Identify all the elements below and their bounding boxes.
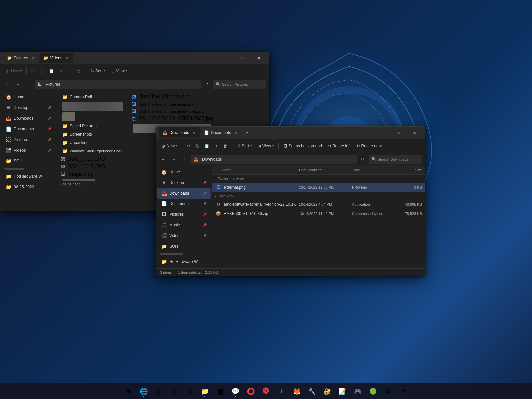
- dl-forward-button[interactable]: →: [169, 155, 179, 164]
- search-box[interactable]: 🔍 Search Pictures: [213, 80, 266, 89]
- dl-refresh-button[interactable]: ↺: [358, 155, 367, 164]
- dl-sidebar-desktop[interactable]: 🖥 Desktop 📌: [157, 177, 211, 188]
- folder-unpacking[interactable]: 📁 Unpacking: [60, 139, 126, 147]
- dl-paste-button[interactable]: 📋: [202, 141, 212, 151]
- sidebar-item-hothardware[interactable]: 📁 HotHardware W: [2, 171, 55, 182]
- dl-search-box[interactable]: 🔍 Search Downloads: [369, 155, 422, 164]
- dl-sidebar-hothardware[interactable]: 📁 HotHardware W: [157, 256, 211, 267]
- file-wrench[interactable]: 🖼 Just-The-Wrench.png: [130, 93, 214, 100]
- dl-sidebar-soh[interactable]: 📁 SOH: [157, 241, 211, 252]
- taskbar-store[interactable]: 🛍: [397, 385, 410, 398]
- address-path[interactable]: 🖼 › Pictures: [35, 80, 201, 89]
- dl-cut-button[interactable]: ✂: [184, 141, 193, 151]
- taskbar-epic[interactable]: 🎮: [351, 385, 364, 398]
- dl-back-button[interactable]: ←: [159, 155, 168, 164]
- close-button[interactable]: ✕: [251, 53, 266, 63]
- new-tab-button-dl[interactable]: +: [242, 128, 252, 137]
- dl-view-button[interactable]: ⊞ View ▾: [255, 141, 276, 151]
- maximize-button[interactable]: □: [235, 53, 250, 63]
- taskbar-app2[interactable]: 🔐: [321, 385, 334, 398]
- sort-button[interactable]: ⇅ Sort ▾: [88, 66, 108, 76]
- file-image-png[interactable]: 🖼 image.png: [60, 171, 126, 178]
- downloads-tab-close[interactable]: ✕: [191, 130, 196, 135]
- dl-downloads-label: Downloads: [169, 191, 189, 196]
- file-pxl[interactable]: 🖼 PXL_20220114_175712567.jpg: [130, 115, 214, 122]
- col-date-header[interactable]: Date modified: [299, 168, 352, 172]
- taskbar-notepad[interactable]: 📝: [336, 385, 349, 398]
- set-bg-button[interactable]: 🖼 Set as background: [281, 141, 325, 151]
- taskbar-app4[interactable]: ⚙: [382, 385, 395, 398]
- pictures-tab-close[interactable]: ✕: [30, 55, 35, 61]
- taskbar-file-explorer[interactable]: 📁: [198, 385, 211, 398]
- dl-close-button[interactable]: ✕: [407, 128, 422, 138]
- dl-sort-button[interactable]: ⇅ Sort ▾: [234, 141, 254, 151]
- taskbar-chrome-3[interactable]: ⊙: [183, 385, 196, 398]
- dl-sidebar-videos[interactable]: 🎬 Videos 📌: [157, 230, 211, 241]
- sidebar-item-date[interactable]: 📁 06-25-2022: [2, 182, 55, 192]
- file-row-amd-setup[interactable]: ⚙ amd-software-adrenalin-edition-22.10.1…: [212, 200, 425, 209]
- taskbar-search[interactable]: ⊞: [122, 385, 135, 398]
- dl-maximize-button[interactable]: □: [391, 128, 406, 138]
- rotate-right-button[interactable]: ↻ Rotate right: [354, 141, 385, 151]
- dl-delete-button[interactable]: 🗑: [221, 141, 230, 151]
- dl-copy-button[interactable]: ⎘: [194, 141, 201, 151]
- documents-tab-close[interactable]: ✕: [233, 130, 238, 135]
- file-row-external-png[interactable]: 🖼 external.png 10/17/2022 12:53 PM PNG F…: [212, 183, 425, 192]
- dl-sidebar-downloads[interactable]: 📥 Downloads 📌: [157, 188, 211, 199]
- sidebar-item-pictures[interactable]: 🖼 Pictures 📌: [2, 134, 55, 145]
- taskbar-edge[interactable]: 🌐: [137, 385, 150, 398]
- new-tab-button[interactable]: +: [73, 53, 83, 63]
- dl-up-button[interactable]: ↑: [180, 155, 189, 164]
- sidebar-item-home[interactable]: 🏠 Home: [2, 92, 55, 102]
- taskbar-discord[interactable]: 💬: [229, 385, 242, 398]
- dl-sidebar-documents[interactable]: 📄 Documents 📌: [157, 199, 211, 209]
- taskbar-chrome-1[interactable]: ⊙: [152, 385, 166, 398]
- col-name-header[interactable]: Name: [215, 168, 299, 172]
- file-dsc0015[interactable]: 🖼 DSC_0015.JPG: [60, 163, 126, 170]
- tab-documents[interactable]: 📄 Documents ✕: [200, 127, 242, 138]
- dl-new-button[interactable]: ⊕ New ▾: [159, 141, 180, 151]
- taskbar-app3[interactable]: 🟢: [366, 385, 380, 398]
- dl-sidebar-pictures[interactable]: 🖼 Pictures 📌: [157, 209, 211, 220]
- dl-more-button[interactable]: ...: [385, 141, 394, 151]
- dl-sidebar-music[interactable]: 🎵 Music 📌: [157, 220, 211, 230]
- sidebar-item-documents[interactable]: 📄 Documents 📌: [2, 124, 55, 134]
- sidebar-item-soh[interactable]: 📁 SOH: [2, 156, 55, 166]
- dl-sidebar-home[interactable]: 🏠 Home: [157, 167, 211, 177]
- dl-share-button[interactable]: ↑: [213, 141, 220, 151]
- dl-desktop-label: Desktop: [169, 180, 184, 185]
- sidebar-item-videos[interactable]: 🎬 Videos 📌: [2, 145, 55, 156]
- file-row-raxe500[interactable]: 📦 RAXE500-V1.0.10.86.zip 10/12/2022 11:4…: [212, 209, 425, 218]
- col-type-header[interactable]: Type: [352, 168, 395, 172]
- sidebar-item-desktop[interactable]: 🖥 Desktop 📌: [2, 102, 55, 113]
- taskbar-chrome-2[interactable]: ⊙: [168, 385, 181, 398]
- folder-saved-pictures[interactable]: 📁 Saved Pictures: [60, 122, 126, 130]
- taskbar-spotify[interactable]: ♪: [275, 385, 288, 398]
- col-size-header[interactable]: Size: [395, 168, 422, 172]
- rotate-left-button[interactable]: ↺ Rotate left: [325, 141, 353, 151]
- sidebar-item-downloads[interactable]: 📥 Downloads 📌: [2, 113, 55, 124]
- videos-tab-close[interactable]: ✕: [64, 55, 69, 61]
- dl-address-path[interactable]: 📥 › Downloads: [191, 155, 357, 164]
- folder-camera-roll[interactable]: 📁 Camera Roll: [60, 93, 126, 101]
- folder-wse-host[interactable]: 📁 Windows Shell Experience Host: [60, 147, 126, 155]
- taskbar-firefox[interactable]: 🦊: [290, 385, 303, 398]
- file-dsc0010[interactable]: 🖼 DSC_0010.JPG: [60, 155, 126, 163]
- minimize-button[interactable]: ─: [219, 53, 234, 63]
- view-button[interactable]: ⊞ View ▾: [109, 66, 130, 76]
- taskbar-app1[interactable]: 🔧: [305, 385, 319, 398]
- tab-downloads[interactable]: 📥 Downloads ✕: [159, 127, 200, 138]
- taskbar-vivaldi[interactable]: 🅥: [259, 385, 273, 398]
- up-button[interactable]: ↑: [24, 80, 34, 89]
- folder-screenshots[interactable]: 📁 Screenshots: [60, 130, 126, 138]
- file-wrench-transparent[interactable]: 🖼 Just-The-Wrench-transparent.png: [130, 101, 214, 107]
- taskbar-opera[interactable]: ⭕: [244, 385, 257, 398]
- taskbar-widgets[interactable]: ▦: [213, 385, 227, 398]
- dl-minimize-button[interactable]: ─: [375, 128, 390, 138]
- file-wrench-black[interactable]: 🖼 Just-The-Wrench-transparent-black.png: [130, 108, 214, 114]
- refresh-button[interactable]: ↺: [202, 80, 212, 89]
- more-options-button[interactable]: ...: [131, 66, 139, 76]
- tab-videos[interactable]: 📁 Videos ✕: [39, 53, 73, 63]
- sort-icon: ⇅: [91, 69, 94, 73]
- tab-pictures[interactable]: 📁 Pictures ✕: [3, 53, 39, 63]
